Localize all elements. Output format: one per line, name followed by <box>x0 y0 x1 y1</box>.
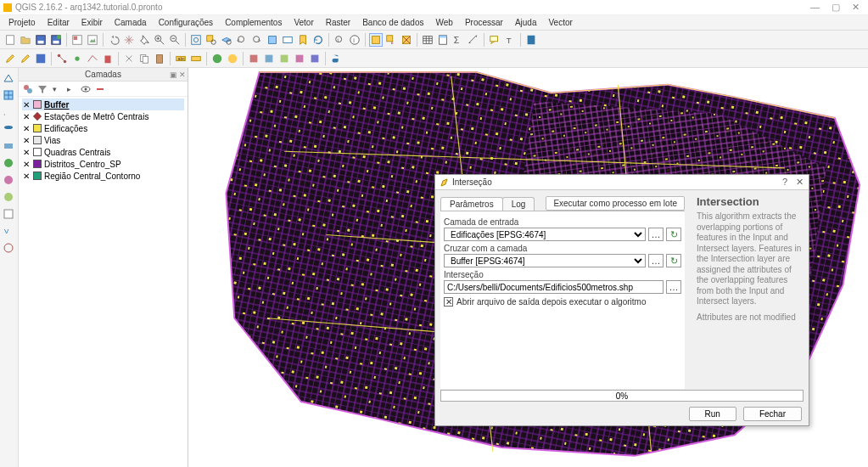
node-icon[interactable] <box>55 52 69 65</box>
zoom-full-icon[interactable] <box>189 33 203 47</box>
panel-close-icon[interactable]: ✕ <box>179 70 186 79</box>
bookmark-icon[interactable] <box>524 33 538 47</box>
menu-banco[interactable]: Banco de dados <box>357 17 428 28</box>
input-iterate-button[interactable]: ↻ <box>666 228 681 241</box>
open-output-checkbox[interactable]: ✕ <box>444 297 453 307</box>
pan-selection-icon[interactable] <box>137 33 151 47</box>
input-browse-button[interactable]: … <box>648 228 664 241</box>
menu-complementos[interactable]: Complementos <box>220 17 287 28</box>
identify-icon[interactable]: i <box>333 33 346 47</box>
copy-icon[interactable] <box>137 52 151 65</box>
add-line-icon[interactable] <box>86 52 99 65</box>
layer-visible-checkbox[interactable]: ✕ <box>22 148 31 156</box>
pan-icon[interactable] <box>122 33 136 47</box>
plugin4-icon[interactable] <box>293 52 306 65</box>
refresh-icon[interactable] <box>311 33 325 47</box>
layer-visible-checkbox[interactable]: ✕ <box>22 160 31 168</box>
menu-vetor[interactable]: Vetor <box>288 17 318 28</box>
dialog-close-button[interactable]: ✕ <box>796 177 804 188</box>
label-settings-icon[interactable] <box>189 52 203 65</box>
layer-visible-checkbox[interactable]: ✕ <box>22 112 31 121</box>
maximize-button[interactable]: ▢ <box>832 2 840 13</box>
delete-icon[interactable] <box>101 52 115 65</box>
text-annotation-icon[interactable]: T <box>503 33 517 47</box>
save-as-icon[interactable] <box>49 33 63 47</box>
select-rect-icon[interactable] <box>369 33 383 47</box>
layout-manager-icon[interactable] <box>70 33 84 47</box>
menu-processar[interactable]: Processar <box>460 17 508 28</box>
map-tips-icon[interactable] <box>281 33 294 47</box>
add-point-icon[interactable] <box>70 52 84 65</box>
menu-camada[interactable]: Camada <box>109 17 152 28</box>
add-spatialite-icon[interactable] <box>2 139 15 153</box>
virtual-layer-icon[interactable]: V <box>2 224 15 238</box>
close-window-button[interactable]: ✕ <box>852 2 860 13</box>
paste-icon[interactable] <box>153 52 166 65</box>
cut-icon[interactable] <box>122 52 136 65</box>
close-button[interactable]: Fechar <box>743 407 802 421</box>
menu-configuracoes[interactable]: Configurações <box>154 17 218 28</box>
zoom-in-icon[interactable] <box>153 33 166 47</box>
add-wfs-icon[interactable] <box>2 190 15 204</box>
new-bookmark-icon[interactable] <box>296 33 310 47</box>
run-button[interactable]: Run <box>689 407 736 421</box>
zoom-out-icon[interactable] <box>168 33 182 47</box>
tab-log[interactable]: Log <box>502 197 535 211</box>
filter-layers-icon[interactable] <box>36 83 48 95</box>
plugin3-icon[interactable] <box>277 52 291 65</box>
layer-item[interactable]: ✕Distritos_Centro_SP <box>22 158 184 170</box>
menu-raster[interactable]: Raster <box>321 17 356 28</box>
layer-item[interactable]: ✕Estações de Metrô Centrais <box>22 110 184 122</box>
measure-line-icon[interactable] <box>467 33 480 47</box>
menu-ajuda[interactable]: Ajuda <box>510 17 542 28</box>
open-project-icon[interactable] <box>19 33 32 47</box>
edit-pencil-icon[interactable] <box>3 52 17 65</box>
minimize-button[interactable]: — <box>810 2 820 13</box>
run-batch-button[interactable]: Executar como processo em lote <box>546 196 685 211</box>
deselect-icon[interactable] <box>400 33 413 47</box>
output-browse-button[interactable]: … <box>666 280 681 294</box>
add-wms-icon[interactable] <box>2 156 15 170</box>
undo-icon[interactable] <box>107 33 120 47</box>
annotation-icon[interactable] <box>488 33 501 47</box>
remove-layer-icon[interactable] <box>94 83 106 95</box>
save-edits-icon[interactable] <box>34 52 48 65</box>
add-wcs-icon[interactable] <box>2 173 15 187</box>
menu-exibir[interactable]: Exibir <box>76 17 108 28</box>
layer-item[interactable]: ✕Edificações <box>22 122 184 134</box>
add-raster-icon[interactable] <box>2 88 15 102</box>
menu-vector[interactable]: Vector <box>543 17 577 28</box>
plugin2-icon[interactable] <box>262 52 276 65</box>
dialog-titlebar[interactable]: Interseção ? ✕ <box>435 175 809 190</box>
globe-yellow-icon[interactable] <box>226 52 239 65</box>
collapse-all-icon[interactable]: ▸ <box>65 83 77 95</box>
info-icon[interactable]: i <box>348 33 361 47</box>
layer-item[interactable]: ✕Vias <box>22 134 184 146</box>
new-project-icon[interactable] <box>3 33 17 47</box>
globe-green-icon[interactable] <box>210 52 224 65</box>
tab-parametros[interactable]: Parâmetros <box>440 197 503 211</box>
python-icon[interactable] <box>329 52 343 65</box>
layer-visible-checkbox[interactable]: ✕ <box>22 100 31 109</box>
menu-editar[interactable]: Editar <box>42 17 75 28</box>
label-icon[interactable]: abc <box>174 52 188 65</box>
add-delimited-icon[interactable]: , <box>2 105 15 119</box>
zoom-selection-icon[interactable] <box>204 33 218 47</box>
map-canvas[interactable]: Interseção ? ✕ Parâmetros Log Executar c… <box>188 68 868 467</box>
plugin1-icon[interactable] <box>247 52 260 65</box>
menu-web[interactable]: Web <box>430 17 457 28</box>
input-layer-select[interactable]: Edificações [EPSG:4674] <box>444 228 646 241</box>
attribute-table-icon[interactable] <box>421 33 434 47</box>
composer-icon[interactable] <box>86 33 99 47</box>
field-calc-icon[interactable] <box>436 33 450 47</box>
overlay-layer-select[interactable]: Buffer [EPSG:4674] <box>444 254 646 267</box>
dialog-help-button[interactable]: ? <box>782 177 787 188</box>
add-postgis-icon[interactable] <box>2 122 15 136</box>
visibility-icon[interactable] <box>80 83 92 95</box>
new-scratch-icon[interactable] <box>2 207 15 221</box>
gps-icon[interactable] <box>2 241 15 255</box>
layer-item[interactable]: ✕Região Central_Contorno <box>22 170 184 182</box>
layer-item[interactable]: ✕Quadras Centrais <box>22 146 184 158</box>
overlay-browse-button[interactable]: … <box>648 254 664 267</box>
panel-detach-icon[interactable]: ▣ <box>170 70 177 79</box>
